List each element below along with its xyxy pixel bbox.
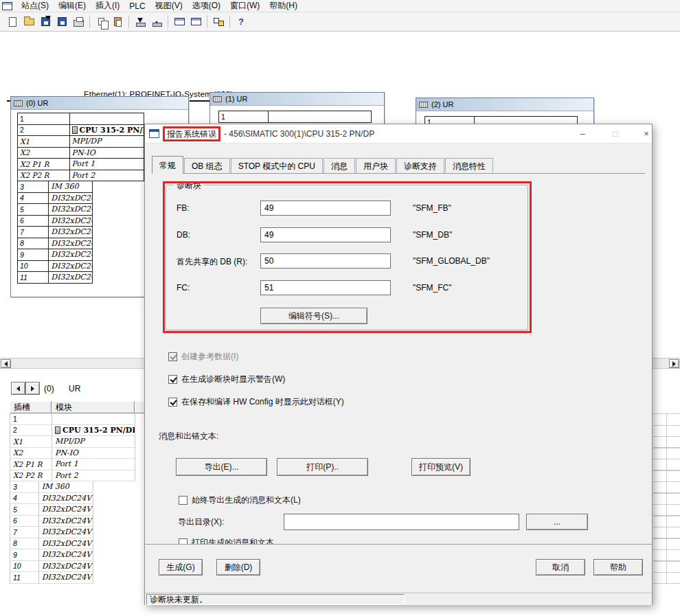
block-number-input[interactable]: 49 <box>260 201 391 216</box>
save-button[interactable] <box>54 14 70 30</box>
table-row[interactable]: X2 P2 R Port 2 <box>10 470 162 482</box>
rack-row[interactable]: 2 CPU 315-2 PN/DP <box>18 125 144 137</box>
rack-row[interactable]: 7 DI32xDC24V <box>18 227 93 238</box>
rack-row[interactable]: 9 DI32xDC24V <box>18 249 93 261</box>
context-help-button[interactable]: ? <box>233 14 249 30</box>
generate-button[interactable]: 生成(G) <box>159 559 203 575</box>
table-row[interactable]: X2 P1 R Port 1 <box>10 459 162 470</box>
help-button[interactable]: 帮助 <box>593 559 643 575</box>
print-button[interactable] <box>70 14 87 30</box>
table-row[interactable]: 5 DI32xDC24V <box>10 504 93 516</box>
table-row[interactable]: 3 IM 360 <box>10 481 93 493</box>
menu-edit[interactable]: 编辑(E) <box>54 0 91 12</box>
maximize-button[interactable]: □ <box>605 127 626 141</box>
table-row[interactable]: 9 DI32xDC24V <box>10 549 93 561</box>
new-station-button[interactable] <box>4 14 21 30</box>
paste-button[interactable] <box>109 14 126 30</box>
menu-window[interactable]: 窗口(W) <box>225 0 264 12</box>
dialog-tab[interactable]: 诊断支持 <box>396 158 444 173</box>
print-messages-button[interactable]: 打印(P).. <box>277 458 368 476</box>
checkbox-show-dialog-on-save[interactable]: 在保存和编译 HW Config 时显示此对话框(Y) <box>168 396 344 407</box>
tab-label: 诊断支持 <box>404 161 437 171</box>
open-station-button[interactable] <box>21 14 37 30</box>
rack-row[interactable]: 8 DI32xDC24V <box>18 238 93 250</box>
module-name: IM 360 <box>42 482 69 491</box>
checkbox-label: 打印生成的消息和文本 <box>192 537 274 545</box>
scroll-right-button[interactable] <box>669 359 679 368</box>
rack-row[interactable]: 5 DI32xDC24V <box>18 204 93 216</box>
print-preview-button[interactable]: 打印预览(V) <box>411 458 471 476</box>
export-directory-input[interactable] <box>284 514 519 530</box>
column-header-module[interactable]: 模块 <box>52 401 135 413</box>
table-row[interactable]: 4 DI32xDC24V <box>10 493 93 505</box>
rack-row[interactable]: 6 DI32xDC24V <box>18 216 93 227</box>
cancel-button[interactable]: 取消 <box>536 559 585 575</box>
nav-back-button[interactable] <box>11 382 25 395</box>
block-number-input[interactable]: 49 <box>260 227 391 242</box>
table-row[interactable]: 7 DI32xDC24V <box>10 527 93 538</box>
rack-row[interactable]: X2 P1 R Port 1 <box>18 159 144 170</box>
back-arrow-icon <box>16 386 20 391</box>
rack-row[interactable]: 1 <box>219 111 372 123</box>
field-label: 首先共享的 DB (R): <box>177 256 247 268</box>
rack-row[interactable]: 4 DI32xDC24V <box>18 193 93 205</box>
menu-station[interactable]: 站点(S) <box>16 0 54 12</box>
minimize-button[interactable]: – <box>572 127 593 141</box>
table-row[interactable]: X1 MPI/DP <box>10 436 162 448</box>
checkbox-show-warnings[interactable]: 在生成诊断块时显示警告(W) <box>168 374 285 385</box>
rack-window-1-titlebar[interactable]: (1) UR <box>210 93 384 106</box>
block-number-input[interactable]: 50 <box>260 253 391 269</box>
menu-plc[interactable]: PLC <box>124 1 150 12</box>
network-view-button[interactable] <box>210 14 227 30</box>
dialog-tab[interactable]: OB 组态 <box>184 158 230 173</box>
delete-button[interactable]: 删除(D) <box>216 559 260 575</box>
download-to-module-button[interactable] <box>132 14 148 30</box>
slot-cell: 8 <box>10 538 39 550</box>
menu-view[interactable]: 视图(V) <box>150 0 188 12</box>
dialog-tab[interactable]: 用户块 <box>356 158 396 173</box>
edit-symbols-button[interactable]: 编辑符号(S)... <box>260 308 367 324</box>
rack-row[interactable]: 10 DI32xDC24V <box>18 261 93 273</box>
rack-icon <box>419 102 428 108</box>
rack-row[interactable]: X2 P2 R Port 2 <box>18 170 144 182</box>
checkbox-always-export[interactable]: 始终导出生成的消息和文本(L) <box>179 494 301 505</box>
checkbox-clipped-option[interactable]: 打印生成的消息和文本 <box>179 537 274 545</box>
net-window-button[interactable] <box>188 14 204 30</box>
dialog-tab[interactable]: 常规 <box>152 156 183 174</box>
close-button[interactable]: × <box>636 127 657 141</box>
menu-insert[interactable]: 插入(I) <box>91 0 124 12</box>
block-number-input[interactable]: 51 <box>260 280 391 295</box>
copy-button[interactable] <box>93 14 109 30</box>
checkbox-create-reference-data[interactable]: 创建参考数据(I) <box>168 351 238 362</box>
nav-forward-button[interactable] <box>25 382 40 395</box>
table-row[interactable]: 11 DI32xDC24V <box>10 572 93 584</box>
save-and-compile-button[interactable] <box>37 14 54 30</box>
dialog-tab[interactable]: STOP 模式中的 CPU <box>231 158 323 173</box>
rack-row[interactable]: 3 IM 360 <box>18 181 93 193</box>
menu-help[interactable]: 帮助(H) <box>264 0 302 12</box>
rack-window-2-titlebar[interactable]: (2) UR <box>416 98 593 111</box>
table-row[interactable]: 2 CPU 315-2 PN/DP <box>10 425 162 437</box>
table-row[interactable]: 8 DI32xDC24V <box>10 538 93 550</box>
column-header-slot[interactable]: 插槽 <box>10 401 52 413</box>
rack-row[interactable]: X2 PN-IO <box>18 148 144 159</box>
browse-button[interactable]: ... <box>526 514 588 530</box>
dialog-title-bar[interactable]: 报告系统错误 - 456\SIMATIC 300(1)\CPU 315-2 PN… <box>145 124 652 144</box>
rack-row[interactable]: X1 MPI/DP <box>18 136 144 148</box>
dialog-tab[interactable]: 消息 <box>324 158 355 173</box>
scroll-left-button[interactable] <box>1 359 11 368</box>
table-row[interactable]: 10 DI32xDC24V <box>10 561 93 573</box>
table-row[interactable]: 6 DI32xDC24V <box>10 516 93 527</box>
upload-to-pg-button[interactable] <box>148 14 165 30</box>
field-row: FB: 49 "SFM_FB" <box>170 201 554 227</box>
rack-row[interactable]: 1 <box>18 113 144 125</box>
menu-options[interactable]: 选项(O) <box>188 0 225 12</box>
table-row[interactable]: X2 PN-IO <box>10 448 162 459</box>
messages-section-label: 消息和出错文本: <box>159 431 218 442</box>
station-window-button[interactable] <box>171 14 188 30</box>
dialog-tab[interactable]: 消息特性 <box>445 158 493 173</box>
rack-row[interactable]: 11 DI32xDC24V <box>18 272 93 284</box>
export-button[interactable]: 导出(E)... <box>176 458 267 476</box>
table-row[interactable]: 1 <box>10 413 162 425</box>
rack-window-0-titlebar[interactable]: (0) UR <box>11 97 188 110</box>
